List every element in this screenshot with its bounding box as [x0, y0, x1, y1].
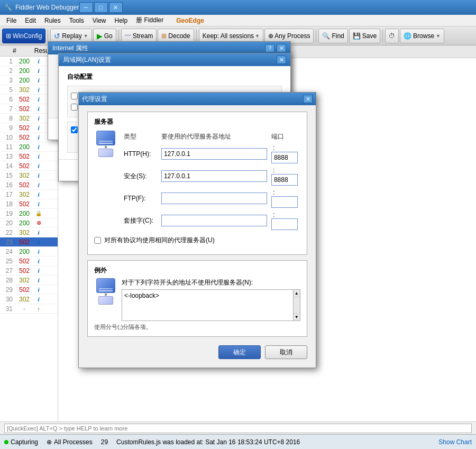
use-proxy-check[interactable]: [71, 126, 78, 133]
secure-address-input[interactable]: [161, 170, 267, 182]
lan-dialog-titlebar: 局域网(LAN)设置 ✕: [59, 53, 290, 66]
proxy-server-section: 服务器: [87, 112, 307, 255]
auto-config-title: 自动配置: [67, 72, 282, 81]
secure-colon: :: [271, 167, 276, 174]
col-address-header: 要使用的代理服务器地址: [159, 131, 269, 143]
proxy-server-title: 服务器: [94, 117, 300, 126]
exceptions-icon-row: 对于下列字符开头的地址不使用代理服务器(N): <-loopback> ▲ ▼: [94, 278, 300, 321]
http-row: HTTP(H): :: [122, 143, 300, 165]
socks-port-input[interactable]: [271, 218, 298, 230]
exceptions-title: 例外: [94, 266, 300, 275]
exceptions-form: 对于下列字符开头的地址不使用代理服务器(N): <-loopback> ▲ ▼: [122, 278, 300, 321]
proxy-icon-row: 类型 要使用的代理服务器地址 端口 HTTP(H):: [94, 131, 300, 232]
socks-address-cell: [159, 209, 269, 232]
textarea-scroll-down[interactable]: ▼: [294, 313, 300, 320]
http-colon: :: [271, 144, 276, 152]
secure-address-cell: [159, 165, 269, 187]
exceptions-icon: [94, 278, 117, 305]
exceptions-desc: 对于下列字符开头的地址不使用代理服务器(N):: [122, 278, 300, 287]
col-port-header: 端口: [269, 131, 300, 143]
internet-dialog-help[interactable]: ?: [265, 44, 274, 52]
secure-port-cell: :: [269, 165, 300, 187]
exceptions-hint: 使用分号(;)分隔各项。: [94, 323, 300, 331]
http-address-cell: [159, 143, 269, 165]
proxy-dialog-buttons: 确定 取消: [87, 342, 307, 361]
dialog-proxy: 代理设置 ✕ 服务器: [78, 92, 316, 368]
socks-row: 套接字(C): :: [122, 209, 300, 232]
ftp-row: FTP(F): :: [122, 187, 300, 209]
same-proxy-row: 对所有协议均使用相同的代理服务器(U): [94, 236, 300, 245]
auto-detect-check[interactable]: [71, 93, 78, 99]
ftp-port-input[interactable]: [271, 196, 298, 208]
exceptions-textarea[interactable]: <-loopback>: [122, 289, 294, 321]
ftp-address-cell: [159, 187, 269, 209]
internet-dialog-title: Internet 属性: [52, 44, 88, 53]
same-proxy-label: 对所有协议均使用相同的代理服务器(U): [104, 236, 215, 245]
proxy-exceptions-section: 例外 对于下列字符开头的地址不使用代理服务器(N):: [87, 260, 307, 337]
lan-dialog-close[interactable]: ✕: [277, 56, 286, 64]
proxy-titlebar: 代理设置 ✕: [79, 93, 316, 105]
lan-dialog-title: 局域网(LAN)设置: [63, 56, 111, 65]
secure-row: 安全(S): :: [122, 165, 300, 187]
http-label: HTTP(H):: [122, 143, 159, 165]
ftp-address-input[interactable]: [161, 193, 267, 204]
ftp-port-cell: :: [269, 187, 300, 209]
ftp-colon: :: [271, 189, 276, 196]
socks-label: 套接字(C):: [122, 209, 159, 232]
proxy-cancel-button[interactable]: 取消: [265, 345, 307, 359]
secure-label: 安全(S):: [122, 165, 159, 187]
http-port-cell: :: [269, 143, 300, 165]
socks-address-input[interactable]: [161, 215, 267, 226]
proxy-server-icon: [94, 131, 117, 157]
col-type-header: 类型: [122, 131, 159, 143]
proxy-title: 代理设置: [82, 95, 107, 104]
ftp-label: FTP(F):: [122, 187, 159, 209]
textarea-scroll-up[interactable]: ▲: [294, 290, 300, 297]
socks-colon: :: [271, 211, 276, 218]
socks-port-cell: :: [269, 209, 300, 232]
http-port-input[interactable]: [271, 152, 298, 163]
same-proxy-checkbox[interactable]: [94, 237, 101, 244]
proxy-close-button[interactable]: ✕: [303, 95, 313, 103]
internet-dialog-close[interactable]: ✕: [277, 44, 286, 52]
proxy-table: 类型 要使用的代理服务器地址 端口 HTTP(H):: [122, 131, 300, 232]
http-address-input[interactable]: [161, 148, 267, 160]
auto-script-check[interactable]: [71, 104, 78, 111]
secure-port-input[interactable]: [271, 174, 298, 186]
proxy-form: 类型 要使用的代理服务器地址 端口 HTTP(H):: [122, 131, 300, 232]
proxy-ok-button[interactable]: 确定: [218, 345, 261, 359]
dialog-overlay: Internet 属性 ? ✕ 确定 取消 应用(A) 局域网(LAN)设置 ✕…: [0, 0, 476, 449]
proxy-content: 服务器: [79, 105, 316, 368]
